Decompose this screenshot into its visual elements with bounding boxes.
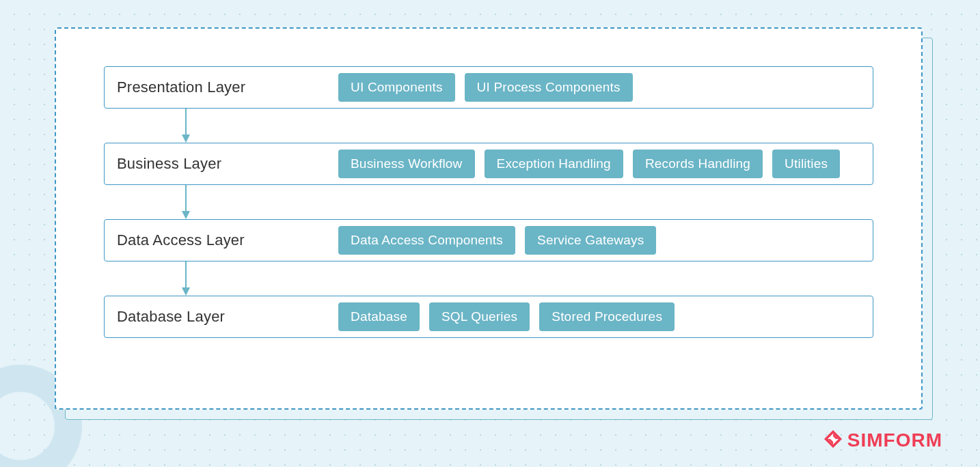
brand-name: SIMFORM <box>847 429 942 451</box>
component-chip: UI Process Components <box>465 73 633 102</box>
layer-database: Database Layer Database SQL Queries Stor… <box>104 296 873 338</box>
layer-title: Business Layer <box>117 155 329 173</box>
svg-marker-1 <box>182 135 190 143</box>
architecture-diagram-card: Presentation Layer UI Components UI Proc… <box>55 27 923 410</box>
component-chip: SQL Queries <box>429 302 530 331</box>
component-chip: Records Handling <box>633 150 763 178</box>
component-chip: UI Components <box>338 73 455 102</box>
layer-presentation: Presentation Layer UI Components UI Proc… <box>104 66 873 109</box>
arrow-down-icon <box>104 109 873 143</box>
component-chip: Database <box>338 302 420 331</box>
layer-title: Database Layer <box>117 308 329 326</box>
layer-title: Data Access Layer <box>117 231 329 249</box>
svg-marker-5 <box>182 287 190 296</box>
svg-marker-3 <box>182 211 190 219</box>
layer-title: Presentation Layer <box>117 79 329 96</box>
layer-data-access: Data Access Layer Data Access Components… <box>104 219 873 261</box>
layer-components: Data Access Components Service Gateways <box>338 226 656 255</box>
layer-components: UI Components UI Process Components <box>338 73 633 102</box>
layer-components: Database SQL Queries Stored Procedures <box>338 302 675 331</box>
component-chip: Business Workflow <box>338 150 475 178</box>
arrow-down-icon <box>104 185 873 219</box>
logo-icon <box>823 429 843 452</box>
component-chip: Service Gateways <box>525 226 656 255</box>
component-chip: Data Access Components <box>338 226 515 255</box>
component-chip: Exception Handling <box>485 150 623 178</box>
component-chip: Stored Procedures <box>539 302 675 331</box>
layer-components: Business Workflow Exception Handling Rec… <box>338 150 840 178</box>
layer-business: Business Layer Business Workflow Excepti… <box>104 143 873 185</box>
brand-logo: SIMFORM <box>823 429 942 452</box>
component-chip: Utilities <box>772 150 840 178</box>
arrow-down-icon <box>104 261 873 296</box>
